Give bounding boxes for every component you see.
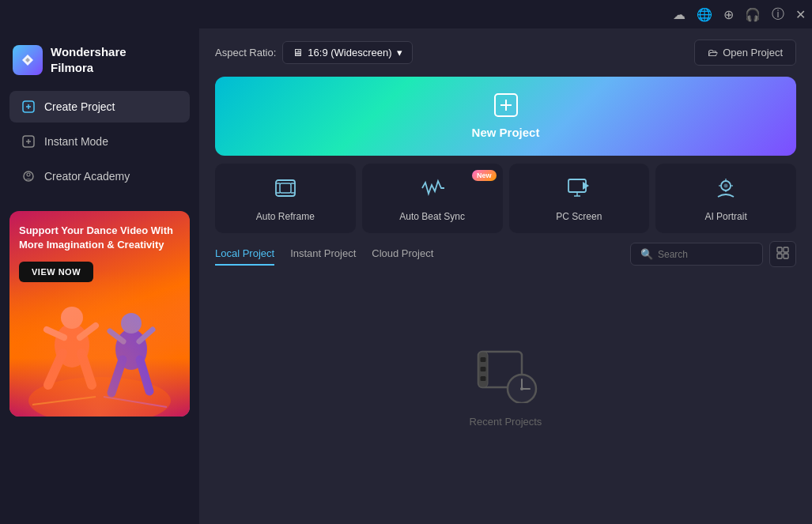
svg-rect-49 [480,367,485,371]
sidebar-instant-mode-label: Instant Mode [44,135,108,148]
auto-beat-sync-icon [421,178,444,203]
tabs-bar: Local Project Instant Project Cloud Proj… [215,241,796,267]
logo-area: Wondershare Filmora [9,38,190,91]
grid-toggle-button[interactable] [769,241,796,267]
promo-view-now-button[interactable]: VIEW NOW [19,262,93,282]
svg-point-7 [27,173,30,176]
promo-image [9,270,190,417]
instant-mode-icon [21,134,36,149]
feature-card-auto-beat-sync[interactable]: New Auto Beat Sync [362,164,503,233]
empty-projects-state: Recent Projects [215,275,796,524]
promo-content: Support Your Dance Video With More Imagi… [19,224,180,282]
svg-rect-45 [784,254,788,258]
pc-screen-label: PC Screen [556,211,602,222]
promo-title: Support Your Dance Video With More Imagi… [19,224,180,252]
svg-rect-42 [777,247,782,252]
main-content: Aspect Ratio: 🖥 16:9 (Widescreen) ▾ 🗁 Op… [199,28,812,524]
creator-academy-icon [21,168,36,184]
sidebar-navigation: Create Project Instant Mode [9,91,190,192]
sidebar-create-project-label: Create Project [44,100,115,113]
svg-rect-48 [480,357,485,362]
promo-card: Support Your Dance Video With More Imagi… [9,211,190,417]
aspect-ratio-label: Aspect Ratio: [215,47,276,58]
svg-rect-44 [777,254,782,258]
svg-rect-27 [280,183,291,193]
aspect-ratio-selector: Aspect Ratio: 🖥 16:9 (Widescreen) ▾ [215,41,413,64]
tab-cloud-project[interactable]: Cloud Project [372,243,433,266]
svg-rect-50 [480,376,485,381]
create-project-icon [21,99,36,115]
globe-icon[interactable]: 🌐 [697,7,712,22]
titlebar: ☁ 🌐 ⊕ 🎧 ⓘ ✕ [0,0,812,28]
pc-screen-icon [567,178,591,203]
svg-point-10 [61,307,83,329]
sidebar: Wondershare Filmora Create Project [0,28,199,524]
recent-projects-icon [474,348,538,406]
auto-beat-sync-label: Auto Beat Sync [399,211,465,222]
topbar: Aspect Ratio: 🖥 16:9 (Widescreen) ▾ 🗁 Op… [199,28,812,77]
new-badge: New [472,170,497,181]
sidebar-item-create-project[interactable]: Create Project [9,91,190,123]
recent-projects-label: Recent Projects [470,416,542,428]
aspect-ratio-dropdown[interactable]: 🖥 16:9 (Widescreen) ▾ [282,41,412,64]
svg-point-54 [520,387,523,390]
search-box: 🔍 [630,243,763,266]
auto-reframe-icon [274,178,297,203]
open-project-label: Open Project [723,47,783,58]
search-input[interactable] [658,249,753,260]
feature-card-auto-reframe[interactable]: Auto Reframe [215,164,356,233]
tab-local-project[interactable]: Local Project [215,243,274,266]
download-icon[interactable]: ⊕ [723,7,734,22]
svg-point-16 [121,313,142,334]
sidebar-creator-academy-label: Creator Academy [44,170,130,183]
svg-line-11 [48,353,62,385]
project-section: Local Project Instant Project Cloud Proj… [215,241,796,524]
close-icon[interactable]: ✕ [795,7,806,22]
aspect-ratio-value: 16:9 (Widescreen) [308,47,391,58]
sidebar-item-instant-mode[interactable]: Instant Mode [9,126,190,157]
feature-card-ai-portrait[interactable]: AI Portrait [655,164,796,233]
new-project-plus-icon [494,93,518,121]
cloud-icon[interactable]: ☁ [673,7,685,22]
chevron-down-icon: ▾ [397,47,402,58]
feature-cards-row: Auto Reframe New Auto Beat Sync [215,164,796,233]
tab-instant-project[interactable]: Instant Project [290,243,356,266]
promo-dancers-svg [17,274,183,417]
headphone-icon[interactable]: 🎧 [745,7,761,22]
app-logo-icon [13,45,43,75]
svg-rect-43 [784,247,788,252]
folder-icon: 🗁 [708,47,718,58]
new-project-card[interactable]: New Project [215,77,796,156]
feature-card-pc-screen[interactable]: PC Screen [509,164,650,233]
open-project-button[interactable]: 🗁 Open Project [694,40,796,66]
svg-point-37 [724,184,728,188]
app-body: Wondershare Filmora Create Project [0,28,812,524]
ai-portrait-label: AI Portrait [704,211,746,222]
ai-portrait-icon [714,178,738,203]
monitor-icon: 🖥 [293,47,303,58]
auto-reframe-label: Auto Reframe [256,211,315,222]
sidebar-item-creator-academy[interactable]: Creator Academy [9,160,190,192]
app-logo-text: Wondershare Filmora [51,44,127,75]
tabs-left: Local Project Instant Project Cloud Proj… [215,243,433,266]
tabs-right: 🔍 [630,241,796,267]
svg-rect-26 [276,180,295,196]
info-icon[interactable]: ⓘ [772,6,784,23]
search-icon: 🔍 [640,248,653,260]
new-project-label: New Project [472,126,540,139]
